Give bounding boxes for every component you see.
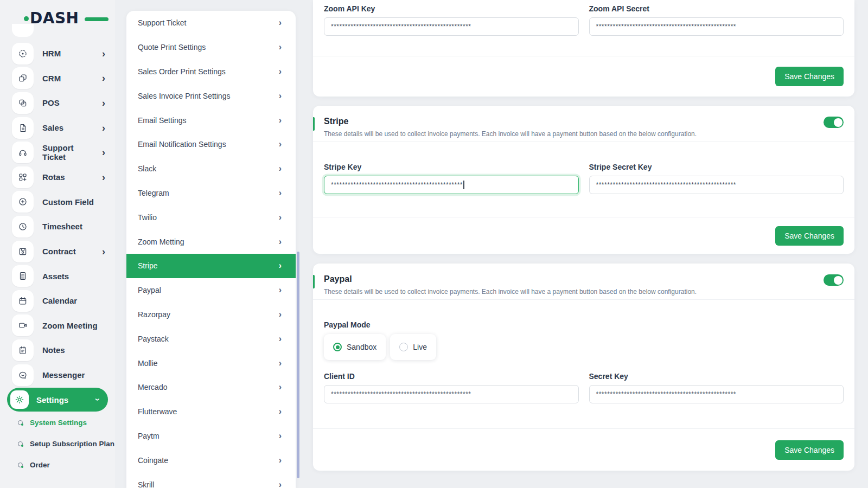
- stripe-key-input[interactable]: ****************************************…: [324, 176, 579, 194]
- chevron-right-icon: ›: [279, 310, 282, 319]
- grid-plus-icon: [12, 166, 34, 188]
- menu-item-mollie[interactable]: Mollie›: [126, 351, 296, 375]
- sidebar-item-rotas[interactable]: Rotas ›: [0, 165, 115, 190]
- gear-icon: [10, 390, 29, 409]
- paypal-description: These details will be used to collect in…: [324, 288, 844, 296]
- crm-icon: [12, 67, 34, 89]
- sidebar-item-timesheet[interactable]: Timesheet: [0, 214, 115, 239]
- chevron-right-icon: ›: [102, 49, 105, 59]
- circle-plus-icon: [12, 191, 34, 213]
- sidebar-item-calendar[interactable]: Calendar: [0, 288, 115, 313]
- menu-item-zoom-metting[interactable]: Zoom Metting›: [126, 229, 296, 254]
- secret-key-label: Secret Key: [589, 372, 844, 381]
- sidebar-item-support-ticket[interactable]: Support Ticket ›: [0, 140, 115, 165]
- save-changes-button[interactable]: Save Changes: [775, 226, 844, 246]
- calendar-icon: [12, 290, 34, 312]
- menu-item-email-settings[interactable]: Email Settings›: [126, 108, 296, 132]
- paypal-title: Paypal: [324, 274, 844, 284]
- chevron-right-icon: ›: [102, 147, 105, 157]
- zoom-api-key-label: Zoom API Key: [324, 4, 579, 13]
- circle-bullet-icon: [18, 463, 23, 467]
- toggle-knob: [834, 276, 843, 285]
- sidebar-item-hrm[interactable]: HRM ›: [0, 41, 115, 66]
- green-accent-bar: [313, 117, 315, 131]
- menu-item-support-ticket[interactable]: Support Ticket›: [126, 11, 296, 35]
- chevron-right-icon: ›: [279, 335, 282, 343]
- settings-menu-scrollbar[interactable]: [297, 252, 299, 478]
- chevron-right-icon: ›: [279, 286, 282, 294]
- sidebar-menu: HRM › CRM › POS › Sales ›: [0, 41, 115, 476]
- menu-item-flutterwave[interactable]: Flutterwave›: [126, 400, 296, 424]
- sidebar-item-system-settings[interactable]: System Settings: [0, 412, 115, 433]
- menu-item-slack[interactable]: Slack›: [126, 157, 296, 181]
- sidebar-item-settings[interactable]: Settings ›: [7, 388, 108, 412]
- stripe-secret-key-label: Stripe Secret Key: [589, 163, 844, 171]
- menu-item-skrill[interactable]: Skrill›: [126, 472, 296, 488]
- logo-dot-icon: [24, 16, 29, 21]
- menu-item-razorpay[interactable]: Razorpay›: [126, 303, 296, 327]
- chevron-right-icon: ›: [102, 172, 105, 182]
- chevron-right-icon: ›: [279, 116, 282, 125]
- sidebar-item-messenger[interactable]: Messenger: [0, 363, 115, 388]
- pos-icon: [12, 92, 34, 114]
- paypal-settings-card: Paypal These details will be used to col…: [313, 264, 854, 471]
- chevron-right-icon: ›: [279, 359, 282, 368]
- menu-item-telegram[interactable]: Telegram›: [126, 181, 296, 206]
- menu-item-paypal[interactable]: Paypal›: [126, 278, 296, 303]
- stripe-description: These details will be used to collect in…: [324, 130, 844, 138]
- settings-menu: Support Ticket› Quote Print Settings› Sa…: [126, 11, 296, 488]
- circle-bullet-icon: [18, 441, 23, 446]
- sidebar-item-sales[interactable]: Sales ›: [0, 115, 115, 140]
- headset-icon: [12, 142, 34, 163]
- menu-item-sales-invoice-print-settings[interactable]: Sales Invoice Print Settings›: [126, 84, 296, 108]
- sidebar-item-assets[interactable]: Assets: [0, 264, 115, 288]
- menu-item-paystack[interactable]: Paystack›: [126, 326, 296, 351]
- chat-bubble-icon: [12, 364, 34, 386]
- menu-item-quote-print-settings[interactable]: Quote Print Settings›: [126, 35, 296, 60]
- chevron-right-icon: ›: [102, 73, 105, 83]
- save-changes-button[interactable]: Save Changes: [775, 440, 844, 460]
- menu-item-paytm[interactable]: Paytm›: [126, 424, 296, 448]
- menu-item-mercado[interactable]: Mercado›: [126, 375, 296, 400]
- sidebar-item-crm[interactable]: CRM ›: [0, 66, 115, 91]
- sidebar-item-custom-field[interactable]: Custom Field: [0, 190, 115, 215]
- circle-bullet-icon: [18, 420, 23, 425]
- clock-icon: [12, 216, 34, 237]
- chevron-right-icon: ›: [279, 456, 282, 465]
- chevron-right-icon: ›: [279, 67, 282, 76]
- sidebar-item-setup-subscription-plan[interactable]: Setup Subscription Plan: [0, 433, 115, 454]
- sidebar-item-order[interactable]: Order: [0, 454, 115, 476]
- menu-item-stripe[interactable]: Stripe›: [126, 254, 296, 278]
- zoom-api-secret-label: Zoom API Secret: [589, 4, 844, 13]
- chevron-right-icon: ›: [279, 164, 282, 173]
- sidebar-item-pos[interactable]: POS ›: [0, 91, 115, 115]
- zoom-settings-card: Zoom API Key Zoom API Secret Save Change…: [313, 0, 854, 97]
- chevron-right-icon: ›: [279, 140, 282, 149]
- radio-unchecked-icon: [399, 343, 408, 351]
- chevron-right-icon: ›: [279, 383, 282, 391]
- paypal-toggle[interactable]: [824, 274, 844, 286]
- paypal-mode-sandbox-radio[interactable]: Sandbox: [324, 334, 386, 360]
- zoom-api-secret-input[interactable]: [589, 17, 844, 36]
- paypal-mode-live-radio[interactable]: Live: [390, 334, 436, 360]
- secret-key-input[interactable]: [589, 385, 844, 403]
- chevron-right-icon: ›: [102, 123, 105, 133]
- menu-item-sales-order-print-settings[interactable]: Sales Order Print Settings›: [126, 60, 296, 84]
- sidebar-item-contract[interactable]: Contract ›: [0, 239, 115, 264]
- chevron-right-icon: ›: [279, 407, 282, 416]
- hrm-icon: [12, 43, 34, 65]
- menu-item-email-notification-settings[interactable]: Email Notification Settings›: [126, 132, 296, 157]
- sidebar-item-zoom-meeting[interactable]: Zoom Meeting: [0, 313, 115, 338]
- paypal-mode-group: Sandbox Live: [324, 334, 844, 360]
- menu-item-twilio[interactable]: Twilio›: [126, 205, 296, 229]
- sidebar-item-notes[interactable]: Notes: [0, 338, 115, 363]
- client-id-input[interactable]: [324, 385, 579, 403]
- zoom-api-key-input[interactable]: [324, 17, 579, 36]
- save-changes-button[interactable]: Save Changes: [775, 67, 844, 86]
- stripe-toggle[interactable]: [824, 117, 844, 128]
- chevron-right-icon: ›: [279, 237, 282, 246]
- partial-menu-item-icon: [12, 24, 34, 37]
- sales-icon: [12, 117, 34, 139]
- menu-item-coingate[interactable]: Coingate›: [126, 448, 296, 472]
- stripe-secret-key-input[interactable]: [589, 176, 844, 194]
